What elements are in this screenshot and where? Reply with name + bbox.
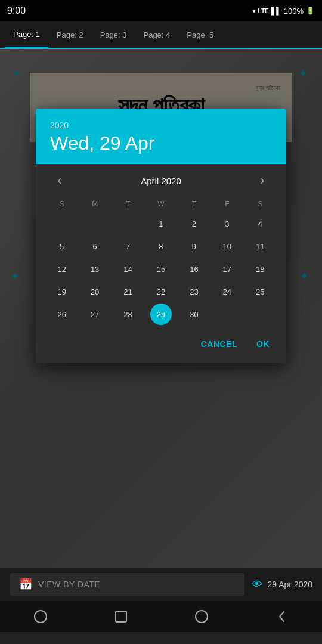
cal-day-5[interactable]: 5	[51, 236, 73, 257]
status-bar: 9:00 ▾ LTE ▌▌ 100% 🔋	[0, 0, 322, 21]
cal-day-27[interactable]: 27	[84, 304, 106, 325]
month-title: April 2020	[141, 176, 181, 186]
cancel-button[interactable]: CANCEL	[194, 335, 244, 354]
lte-label: LTE	[258, 8, 269, 14]
cal-week-1: 1 2 3 4	[45, 213, 277, 234]
cal-day-17[interactable]: 17	[216, 258, 238, 280]
cal-day-25[interactable]: 25	[249, 281, 271, 302]
view-by-date-button[interactable]: 📅 VIEW BY DATE	[10, 573, 244, 596]
status-time: 9:00	[7, 5, 26, 16]
dialog-date: Wed, 29 Apr	[50, 132, 272, 154]
svg-rect-1	[116, 611, 126, 622]
status-icons: ▾ LTE ▌▌ 100% 🔋	[252, 7, 315, 16]
cal-day-30[interactable]: 30	[183, 304, 205, 325]
recents-square-icon[interactable]	[107, 602, 135, 631]
ok-button[interactable]: OK	[249, 335, 277, 354]
tab-page-3[interactable]: Page: 3	[92, 21, 135, 48]
cal-day-9[interactable]: 9	[183, 236, 205, 257]
cal-day-6[interactable]: 6	[84, 236, 106, 257]
svg-point-0	[35, 611, 47, 623]
cal-day-29-selected[interactable]: 29	[150, 304, 172, 325]
view-date-display: 👁 29 Apr 2020	[252, 578, 312, 591]
tab-page-5[interactable]: Page: 5	[178, 21, 222, 48]
month-nav: ‹ April 2020 ›	[45, 169, 277, 197]
cal-day-24[interactable]: 24	[216, 281, 238, 302]
day-header-s1: S	[45, 197, 78, 210]
content-area: ✦ ✦ ✦ ✦ সন্দর পত্রিকা সন্দন পত্রিকা কলকা…	[0, 49, 322, 568]
next-month-button[interactable]: ›	[253, 171, 272, 190]
calendar-weeks: 1 2 3 4 5 6 7 8 9 10 11	[45, 213, 277, 325]
cal-day-4[interactable]: 4	[249, 213, 271, 234]
cal-day-1[interactable]: 1	[150, 213, 172, 234]
cal-day-empty	[84, 213, 106, 234]
calendar-grid: S M T W T F S 1 2 3	[45, 197, 277, 325]
calendar-icon: 📅	[19, 578, 32, 591]
home-circle-icon[interactable]	[26, 602, 55, 631]
cal-day-14[interactable]: 14	[117, 258, 139, 280]
cal-day-18[interactable]: 18	[249, 258, 271, 280]
day-header-f: F	[210, 197, 243, 210]
cal-day-23[interactable]: 23	[183, 281, 205, 302]
cal-day-empty	[117, 213, 139, 234]
cal-week-3: 12 13 14 15 16 17 18	[45, 258, 277, 280]
day-header-m: M	[78, 197, 111, 210]
current-date-text: 29 Apr 2020	[267, 580, 312, 589]
cal-day-15[interactable]: 15	[150, 258, 172, 280]
battery-pct: 100%	[284, 7, 304, 16]
battery-icon: 🔋	[306, 7, 315, 15]
cal-day-28[interactable]: 28	[117, 304, 139, 325]
cal-day-19[interactable]: 19	[51, 281, 73, 302]
day-header-t1: T	[112, 197, 144, 210]
cal-week-2: 5 6 7 8 9 10 11	[45, 236, 277, 257]
day-header-w: W	[144, 197, 177, 210]
tab-page-4[interactable]: Page: 4	[135, 21, 178, 48]
cal-day-empty	[249, 304, 271, 325]
cal-day-13[interactable]: 13	[84, 258, 106, 280]
cal-day-8[interactable]: 8	[150, 236, 172, 257]
cal-day-26[interactable]: 26	[51, 304, 73, 325]
svg-point-2	[196, 611, 208, 623]
cal-day-empty	[216, 304, 238, 325]
cal-day-11[interactable]: 11	[249, 236, 271, 257]
cal-week-4: 19 20 21 22 23 24 25	[45, 281, 277, 302]
eye-icon: 👁	[252, 578, 262, 591]
cal-day-2[interactable]: 2	[183, 213, 205, 234]
cal-day-7[interactable]: 7	[117, 236, 139, 257]
back-arrow-icon[interactable]	[268, 602, 296, 631]
day-header-s2: S	[244, 197, 277, 210]
cal-day-22[interactable]: 22	[150, 281, 172, 302]
cal-day-20[interactable]: 20	[84, 281, 106, 302]
dialog-year: 2020	[50, 120, 272, 130]
dialog-actions: CANCEL OK	[36, 327, 286, 363]
view-by-date-label: VIEW BY DATE	[38, 580, 100, 589]
day-headers: S M T W T F S	[45, 197, 277, 210]
wifi-icon: ▾	[252, 7, 256, 15]
tab-page-1[interactable]: Page: 1	[5, 21, 48, 48]
dialog-body: ‹ April 2020 › S M T W T F S	[36, 164, 286, 327]
prev-month-button[interactable]: ‹	[50, 171, 69, 190]
cal-day-10[interactable]: 10	[216, 236, 238, 257]
tab-page-2[interactable]: Page: 2	[48, 21, 92, 48]
cal-week-5: 26 27 28 29 30	[45, 304, 277, 325]
date-picker-dialog: 2020 Wed, 29 Apr ‹ April 2020 › S M T W …	[36, 109, 286, 363]
cal-day-12[interactable]: 12	[51, 258, 73, 280]
day-header-t2: T	[178, 197, 210, 210]
cal-day-3[interactable]: 3	[216, 213, 238, 234]
cal-day-empty	[51, 213, 73, 234]
signal-icon: ▌▌	[271, 7, 281, 15]
cal-day-16[interactable]: 16	[183, 258, 205, 280]
cal-day-21[interactable]: 21	[117, 281, 139, 302]
dialog-header: 2020 Wed, 29 Apr	[36, 109, 286, 164]
tab-bar: Page: 1 Page: 2 Page: 3 Page: 4 Page: 5	[0, 21, 322, 49]
bottom-bar: 📅 VIEW BY DATE 👁 29 Apr 2020	[0, 568, 322, 601]
nav-bar	[0, 601, 322, 632]
back-circle-icon[interactable]	[187, 602, 216, 631]
